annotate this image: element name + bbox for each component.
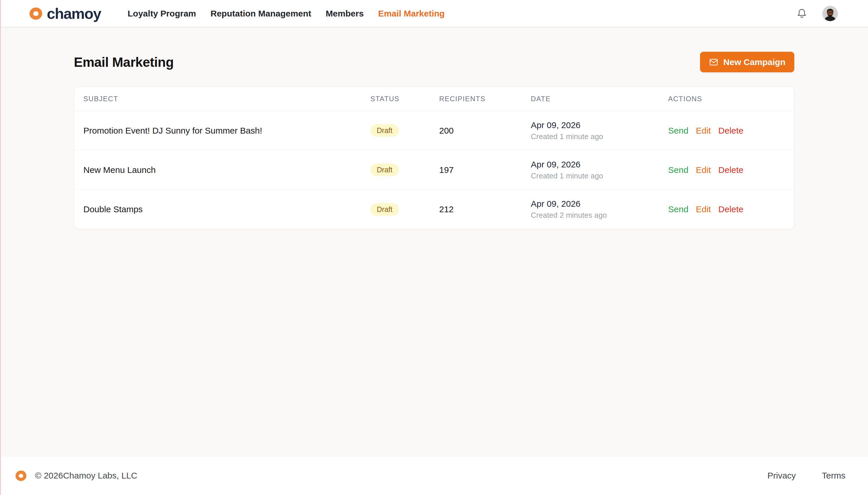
- campaign-date: Apr 09, 2026: [531, 120, 668, 130]
- chamoy-logo-icon: [29, 7, 43, 20]
- table-header-row: SUBJECT STATUS RECIPIENTS DATE ACTIONS: [74, 87, 794, 111]
- bell-icon[interactable]: [796, 8, 808, 19]
- nav-members[interactable]: Members: [326, 9, 364, 18]
- left-edge-accent: [0, 0, 1, 495]
- edit-action[interactable]: Edit: [696, 165, 711, 175]
- campaign-date: Apr 09, 2026: [531, 159, 668, 169]
- send-action[interactable]: Send: [668, 165, 689, 175]
- status-badge: Draft: [370, 124, 399, 137]
- top-nav-bar: chamoy Loyalty Program Reputation Manage…: [0, 0, 868, 28]
- column-recipients: RECIPIENTS: [439, 95, 531, 103]
- campaign-subject: New Menu Launch: [74, 165, 370, 175]
- page-footer: © 2026Chamoy Labs, LLC Privacy Terms: [0, 456, 868, 495]
- edit-action[interactable]: Edit: [696, 204, 711, 214]
- brand-name: chamoy: [47, 5, 101, 22]
- column-actions: ACTIONS: [668, 95, 794, 103]
- status-badge: Draft: [370, 203, 399, 216]
- page-title: Email Marketing: [74, 54, 174, 70]
- delete-action[interactable]: Delete: [718, 204, 743, 214]
- send-action[interactable]: Send: [668, 204, 689, 214]
- new-campaign-label: New Campaign: [723, 57, 785, 67]
- copyright-text: © 2026Chamoy Labs, LLC: [35, 471, 137, 480]
- main-nav: Loyalty Program Reputation Management Me…: [128, 9, 445, 18]
- privacy-link[interactable]: Privacy: [767, 471, 796, 480]
- nav-reputation-management[interactable]: Reputation Management: [210, 9, 311, 18]
- delete-action[interactable]: Delete: [718, 126, 743, 136]
- status-badge: Draft: [370, 164, 399, 176]
- header-actions: [796, 6, 838, 21]
- main-content: Email Marketing New Campaign SUBJECT STA…: [0, 28, 868, 456]
- delete-action[interactable]: Delete: [718, 165, 743, 175]
- brand-logo[interactable]: chamoy: [29, 5, 101, 22]
- user-avatar[interactable]: [822, 6, 838, 21]
- column-status: STATUS: [370, 95, 439, 103]
- table-row: New Menu Launch Draft 197 Apr 09, 2026 C…: [74, 150, 794, 190]
- column-date: DATE: [531, 95, 668, 103]
- send-action[interactable]: Send: [668, 126, 689, 136]
- recipients-count: 200: [439, 126, 531, 136]
- edit-action[interactable]: Edit: [696, 126, 711, 136]
- campaign-created: Created 2 minutes ago: [531, 211, 668, 220]
- new-campaign-button[interactable]: New Campaign: [700, 52, 794, 72]
- terms-link[interactable]: Terms: [822, 471, 846, 480]
- campaign-created: Created 1 minute ago: [531, 132, 668, 141]
- nav-email-marketing[interactable]: Email Marketing: [378, 9, 445, 18]
- column-subject: SUBJECT: [74, 95, 370, 103]
- campaigns-table: SUBJECT STATUS RECIPIENTS DATE ACTIONS P…: [74, 86, 794, 229]
- campaign-date: Apr 09, 2026: [531, 199, 668, 209]
- recipients-count: 197: [439, 165, 531, 175]
- campaign-subject: Promotion Event! DJ Sunny for Summer Bas…: [74, 126, 370, 136]
- campaign-created: Created 1 minute ago: [531, 171, 668, 181]
- table-row: Promotion Event! DJ Sunny for Summer Bas…: [74, 111, 794, 150]
- chamoy-footer-logo-icon: [15, 470, 27, 482]
- mail-icon: [709, 57, 718, 67]
- nav-loyalty-program[interactable]: Loyalty Program: [128, 9, 196, 18]
- campaign-subject: Double Stamps: [74, 204, 370, 214]
- table-row: Double Stamps Draft 212 Apr 09, 2026 Cre…: [74, 190, 794, 229]
- recipients-count: 212: [439, 204, 531, 214]
